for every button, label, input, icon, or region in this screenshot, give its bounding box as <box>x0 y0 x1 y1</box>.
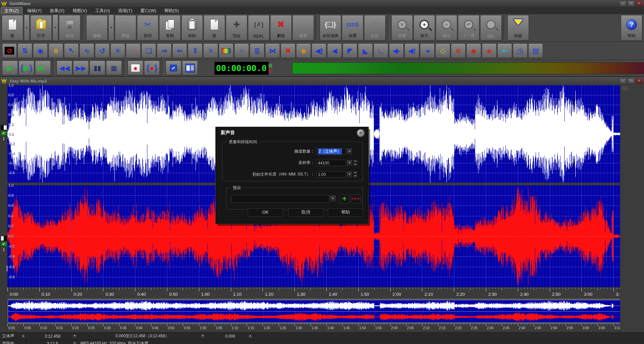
spinner-down-icon[interactable]: ▼ <box>353 175 358 178</box>
field-combo[interactable]: 44100 <box>316 160 346 166</box>
set-button[interactable]: {123}设置 <box>342 15 363 40</box>
doppler-button[interactable]: ◉ <box>33 44 48 58</box>
no-speech-button[interactable]: ⊘ <box>451 44 466 58</box>
right-channel-check-icon[interactable]: ✔ <box>1 242 7 247</box>
ok-button[interactable]: OK <box>248 208 283 217</box>
preset-add-button[interactable]: ✚ <box>339 194 349 204</box>
wave-shape-button[interactable]: ∿ <box>79 44 94 58</box>
field-spinner[interactable]: ▲▼ <box>353 171 358 178</box>
paste-new-button[interactable]: 新 <box>204 15 225 40</box>
status-spinner-icon[interactable]: ▲ <box>21 334 26 339</box>
zoom-in-button[interactable]: +放大 <box>414 15 435 40</box>
speaker-small-button[interactable]: ◂ <box>420 44 435 58</box>
filter-button[interactable]: ∩ <box>234 44 249 58</box>
volume-shape-button[interactable]: ◆ <box>296 44 311 58</box>
monitor-button[interactable]: ✔ <box>166 61 181 75</box>
offset-button[interactable]: ↖ <box>64 44 79 58</box>
select-all-button[interactable]: {❏}全部选择 <box>320 15 341 40</box>
disable-button[interactable]: ⊘ <box>2 44 17 58</box>
fast-forward-button[interactable]: ▶▶ <box>73 61 89 75</box>
preset-delete-button[interactable]: ✖✖✖ <box>351 194 361 204</box>
diamond-red-button[interactable]: ◆ <box>466 44 481 58</box>
play-all-button[interactable]: ▶▏ <box>35 61 51 75</box>
spinner-down-icon[interactable]: ▼ <box>353 163 358 166</box>
speaker-down-button[interactable]: ◣ <box>358 44 373 58</box>
doc-window-close-icon[interactable]: × <box>636 78 643 84</box>
interpolate-button[interactable]: ⋈ <box>265 44 280 58</box>
new-button[interactable]: 新 <box>2 15 23 40</box>
right-channel-indicator[interactable]: ✔ 1 <box>1 236 7 252</box>
mix-button[interactable]: ✚混合 <box>226 15 247 40</box>
left-channel-check-icon[interactable]: ✔ <box>1 131 7 136</box>
preset-combo-arrow-icon[interactable]: ▼ <box>329 195 336 202</box>
cancel-button[interactable]: 取消 <box>288 208 324 217</box>
paste-button[interactable]: 粘贴 <box>181 15 203 40</box>
dialog-close-icon[interactable]: ✕ <box>357 129 365 137</box>
spectrum-button[interactable] <box>219 44 234 58</box>
help-button[interactable]: ?帮助 <box>621 15 642 40</box>
record-selection-button[interactable]: {●} <box>144 61 160 75</box>
gutter-grip-icon[interactable] <box>622 86 628 90</box>
speaker-up-button[interactable]: ◤ <box>343 44 357 58</box>
play-button[interactable]: ▶ <box>2 61 18 75</box>
clock-button[interactable]: ◷ <box>513 44 528 58</box>
bracket-button[interactable]: ∟ <box>373 44 388 58</box>
copy-button[interactable]: 复制 <box>159 15 181 40</box>
shift-left-button[interactable]: ⇐ <box>172 44 187 58</box>
menu-tool[interactable]: 工具(U) <box>92 7 113 14</box>
status-spinner-icon[interactable]: ▼ <box>200 334 206 339</box>
status-spinner-icon[interactable]: ▼ <box>72 334 77 339</box>
window-minimize-icon[interactable]: – <box>619 1 627 6</box>
exchange-channels-button[interactable]: ⇅ <box>17 44 32 58</box>
speaker-left-button[interactable]: ◀ <box>327 44 342 58</box>
noise-reduction-button[interactable]: ✖ <box>281 44 295 58</box>
diamond-red2-button[interactable]: ◈ <box>482 44 497 58</box>
menu-window[interactable]: 窗口(W) <box>137 7 159 14</box>
reverse-button[interactable]: ↺ <box>95 44 110 58</box>
comb-filter-button[interactable]: ≣ <box>250 44 264 58</box>
field-combo[interactable]: 1:00 <box>316 171 346 178</box>
arrow-cyan-button[interactable]: ⇐ <box>497 44 512 58</box>
window-maximize-icon[interactable]: □ <box>628 1 635 6</box>
status-spinner-icon[interactable]: ▼ <box>72 341 77 344</box>
window-close-icon[interactable]: × <box>636 1 643 6</box>
open-button[interactable]: 打开 <box>30 15 52 40</box>
replace-button[interactable]: {✗}REPL <box>248 15 270 40</box>
combo-arrow-icon[interactable]: ▼ <box>347 160 352 166</box>
cut-button[interactable]: ✂剪切 <box>137 15 158 40</box>
resample-button[interactable]: ❏ <box>141 44 156 58</box>
document-titlebar[interactable]: Stay With Me.mp3 –□× <box>0 77 644 85</box>
overview-waveform[interactable] <box>8 300 620 323</box>
field-spinner[interactable]: ▲▼ <box>353 160 358 166</box>
menu-view[interactable]: 视图(V) <box>69 7 90 14</box>
field-combo[interactable]: 2（立体声） <box>316 148 346 155</box>
expand-button[interactable]: ⇕ <box>188 44 203 58</box>
shift-right-button[interactable]: ⇒ <box>157 44 172 58</box>
combo-arrow-icon[interactable]: ▼ <box>347 171 352 178</box>
left-channel-indicator[interactable]: ✔ 1 <box>1 125 7 141</box>
undo-dropdown-icon[interactable]: ▼ <box>108 15 114 41</box>
flange-button[interactable]: ✳ <box>110 44 125 58</box>
menu-help[interactable]: 帮助(S) <box>161 7 182 14</box>
help-button[interactable]: 帮助 <box>328 208 363 217</box>
doc-window-maximize-icon[interactable]: □ <box>628 78 635 84</box>
overview-ruler[interactable]: 0:000:050:100:150:200:250:300:350:400:45… <box>7 323 620 331</box>
preset-combo[interactable] <box>231 195 329 203</box>
speaker-minus-button[interactable]: ◀- <box>389 44 404 58</box>
equalizer-button[interactable]: ≡ <box>203 44 218 58</box>
monitor-wave-button[interactable]: ▥ <box>528 44 543 58</box>
cue-point-button[interactable]: ◇ <box>435 44 450 58</box>
rewind-button[interactable]: ◀◀ <box>57 61 72 75</box>
mechanize-button[interactable]: ⋔ <box>48 44 63 58</box>
spinner-up-icon[interactable]: ▲ <box>353 160 358 163</box>
pitch-button[interactable]: ◔ <box>126 44 141 58</box>
menu-option[interactable]: 选项(T) <box>115 7 136 14</box>
open-dropdown-icon[interactable]: ▼ <box>52 15 58 41</box>
menu-effect[interactable]: 效果(X) <box>46 7 68 14</box>
doc-window-minimize-icon[interactable]: – <box>619 78 627 84</box>
spinner-up-icon[interactable]: ▲ <box>353 171 358 174</box>
menu-edit[interactable]: 编辑(Y) <box>24 7 45 14</box>
new-dropdown-icon[interactable]: ▼ <box>24 15 30 41</box>
delete-button[interactable]: ✖删除 <box>270 15 292 40</box>
record-button[interactable]: ● <box>128 61 143 75</box>
